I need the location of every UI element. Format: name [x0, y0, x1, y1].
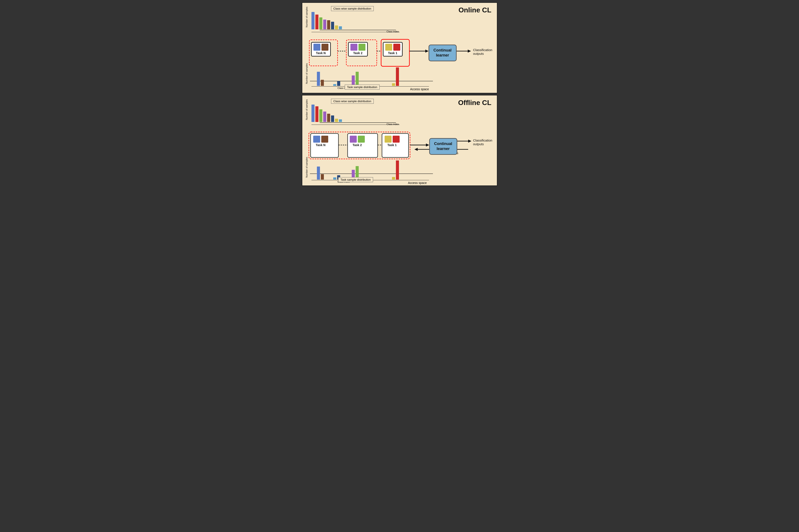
offline-task-n-squares [313, 136, 328, 142]
task-n-box: Task N [311, 42, 331, 57]
bar [333, 84, 336, 86]
sq-red [393, 136, 400, 142]
online-bottom-bars-2 [352, 72, 359, 86]
sq-brown [322, 44, 328, 51]
sq-blue [313, 44, 321, 51]
offline-task-n-label: Task N [316, 143, 326, 147]
offline-title: Offline CL [458, 99, 491, 107]
offline-task-2: Task 2 [350, 136, 365, 147]
online-class-dist-label: Class wise sample distribution [331, 6, 374, 11]
bar [396, 68, 399, 86]
bar [331, 22, 334, 30]
online-access-label: Access space [410, 88, 429, 91]
offline-cl-box: Continuallearner [429, 138, 457, 155]
online-bottom-bars-mid [333, 81, 340, 86]
offline-cl-inner: Continuallearner [429, 138, 457, 155]
offline-top-chart: Number of samples Class index Class wise… [305, 98, 401, 126]
offline-y-label1: Number of samples [305, 99, 308, 120]
online-top-chart: Number of samples Class index Class wise… [305, 5, 401, 33]
bar [315, 15, 319, 30]
offline-classif: Classificationoutputs [473, 138, 492, 146]
bar [339, 26, 342, 30]
offline-panel: Multiple passes Offline CL Number of sam… [302, 95, 497, 186]
online-x-label1: Class index [386, 30, 399, 33]
task-2-squares [350, 44, 365, 51]
bar [319, 109, 322, 122]
task-n-label: Task N [316, 51, 326, 55]
offline-bottom-bars-1 [392, 160, 399, 179]
offline-top-bars [311, 104, 342, 122]
online-classif-label: Classificationoutputs [473, 48, 492, 55]
offline-bottom-bars-n [317, 167, 324, 179]
svg-marker-21 [426, 144, 429, 147]
sq-purple [350, 136, 357, 142]
online-top-bars [311, 12, 342, 30]
offline-task-dist-label: Task sample distribution [338, 177, 373, 182]
offline-task-2-squares [350, 136, 365, 142]
bar [311, 12, 314, 30]
sq-yellow [385, 44, 392, 51]
bar [392, 177, 395, 179]
bar [311, 104, 314, 122]
bar [317, 167, 320, 179]
bar [356, 72, 359, 86]
sq-green [359, 44, 365, 51]
offline-y-label2: Number of samples [305, 156, 308, 178]
task-n-inner: Task N [311, 42, 331, 57]
sq-blue [313, 136, 320, 142]
svg-marker-10 [468, 50, 471, 53]
bar [327, 20, 330, 30]
bar [392, 83, 395, 86]
sq-red [393, 44, 400, 51]
bar [321, 174, 324, 179]
bar [335, 25, 338, 30]
bar [339, 119, 342, 122]
sq-yellow [385, 136, 392, 142]
offline-x-label1: Class index [386, 123, 399, 126]
online-title: Online CL [458, 6, 491, 14]
bar [321, 80, 324, 86]
bar [335, 119, 338, 122]
task-2-inner: Task 2 [348, 42, 368, 57]
bar [337, 81, 340, 86]
offline-class-dist-label: Class wise sample distribution [331, 99, 374, 104]
svg-marker-8 [425, 50, 429, 53]
bar [317, 72, 320, 86]
task-2-label: Task 2 [353, 51, 363, 55]
task-1-box: Task 1 [383, 42, 403, 57]
online-classif: Classificationoutputs [473, 48, 492, 55]
task-1-inner: Task 1 [383, 42, 403, 57]
bar [396, 160, 399, 179]
offline-access-label: Access space [408, 181, 426, 185]
offline-classif-label: Classificationoutputs [473, 138, 492, 146]
online-task-dist-label: Task sample distribution [345, 84, 380, 90]
offline-task-1-squares [385, 136, 400, 142]
bar [315, 106, 319, 122]
online-y-label2: Number of samples [305, 63, 308, 84]
offline-task-1-label: Task 1 [387, 143, 397, 147]
sq-purple [350, 44, 357, 51]
task-1-label: Task 1 [388, 51, 397, 55]
online-bottom-bars-n [317, 72, 324, 86]
main-container: Single pass Online CL Number of samples … [302, 2, 497, 186]
bar [333, 177, 336, 179]
bar [319, 17, 322, 30]
online-bottom-bars-1 [392, 68, 399, 86]
task-1-squares [385, 44, 400, 51]
online-cl-box: Continuallearner [429, 44, 457, 61]
offline-task-1: Task 1 [385, 136, 400, 147]
svg-marker-23 [468, 139, 471, 142]
sq-green [358, 136, 365, 142]
offline-task-n: Task N [313, 136, 328, 147]
sq-brown [321, 136, 328, 142]
online-y-label1: Number of samples [305, 6, 308, 28]
online-cl-inner: Continuallearner [429, 44, 457, 61]
bar [352, 75, 355, 86]
offline-task-2-label: Task 2 [352, 143, 362, 147]
task-2-box: Task 2 [348, 42, 368, 57]
bar [323, 20, 326, 30]
svg-marker-26 [414, 148, 418, 151]
bar [323, 112, 326, 122]
bar [327, 114, 330, 122]
online-panel: Single pass Online CL Number of samples … [302, 2, 497, 94]
